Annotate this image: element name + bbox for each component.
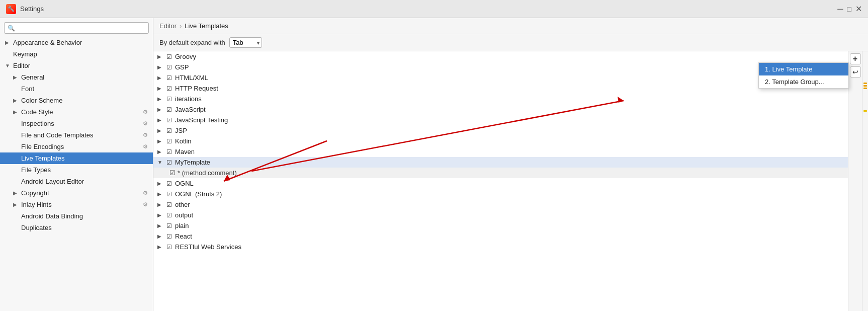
sidebar-item-label: Copyright [21, 189, 140, 197]
template-item-react[interactable]: ▶ ☑ React [153, 231, 848, 242]
sidebar-item-label: File Encodings [21, 143, 140, 150]
template-item-kotlin[interactable]: ▶ ☑ Kotlin [153, 136, 848, 146]
undo-button[interactable]: ↩ [850, 66, 861, 77]
template-item-html-xml[interactable]: ▶ ☑ HTML/XML [153, 72, 848, 83]
expand-arrow-icon: ▶ [157, 223, 164, 228]
indicator-yellow-2 [863, 85, 867, 87]
sidebar-item-inlay-hints[interactable]: ▶ Inlay Hints ⚙ [0, 199, 153, 210]
template-item-output[interactable]: ▶ ☑ output [153, 210, 848, 220]
sidebar-item-file-types[interactable]: File Types [0, 164, 153, 176]
item-label: Groovy [175, 53, 196, 60]
template-item-javascript-testing[interactable]: ▶ ☑ JavaScript Testing [153, 115, 848, 125]
sidebar-item-live-templates[interactable]: Live Templates [0, 152, 153, 164]
sidebar-item-font[interactable]: Font [0, 83, 153, 95]
expand-arrow-icon: ▶ [13, 190, 19, 196]
checkbox-icon: ☑ [166, 74, 172, 82]
sidebar-item-general[interactable]: ▶ General [0, 71, 153, 83]
template-item-http-request[interactable]: ▶ ☑ HTTP Request [153, 83, 848, 94]
settings-badge-icon: ⚙ [142, 190, 149, 197]
template-group-option[interactable]: 2. Template Group... [759, 75, 848, 88]
sidebar-item-label: Android Layout Editor [21, 178, 149, 185]
item-label: RESTful Web Services [175, 243, 241, 251]
item-label: HTTP Request [175, 85, 218, 92]
sidebar-item-file-encodings[interactable]: File Encodings ⚙ [0, 141, 153, 152]
item-label: JavaScript [175, 106, 206, 113]
expand-arrow-icon: ▶ [157, 234, 164, 239]
indicator-yellow-4 [863, 110, 867, 112]
sidebar-item-label: General [21, 73, 149, 81]
template-item-gsp[interactable]: ▶ ☑ GSP [153, 62, 848, 72]
item-label: OGNL (Struts 2) [175, 190, 222, 198]
sidebar-item-label: File Types [21, 166, 149, 174]
maximize-button[interactable]: □ [847, 5, 851, 13]
live-template-option[interactable]: 1. Live Template [759, 63, 848, 75]
checkbox-icon: ☑ [166, 222, 172, 229]
item-label: GSP [175, 63, 189, 71]
template-item-plain[interactable]: ▶ ☑ plain [153, 220, 848, 231]
checkbox-icon: ☑ [166, 212, 172, 219]
item-label: output [175, 211, 193, 219]
checkbox-icon: ☑ [166, 127, 172, 134]
expand-arrow-icon: ▶ [13, 202, 19, 207]
settings-badge-icon: ⚙ [142, 132, 149, 139]
right-indicators [862, 51, 868, 311]
side-action-bar: + 1. Live Template 2. Template Group... … [848, 51, 862, 311]
template-item-other[interactable]: ▶ ☑ other [153, 199, 848, 210]
template-item-jsp[interactable]: ▶ ☑ JSP [153, 125, 848, 136]
settings-badge-icon: ⚙ [142, 109, 149, 116]
add-dropdown-popup: 1. Live Template 2. Template Group... [758, 62, 849, 89]
checkbox-icon: ☑ [166, 138, 172, 145]
sidebar-item-color-scheme[interactable]: ▶ Color Scheme [0, 95, 153, 106]
expand-arrow-icon: ▶ [13, 74, 19, 80]
sidebar-item-keymap[interactable]: Keymap [0, 48, 153, 60]
template-item-iterations[interactable]: ▶ ☑ iterations [153, 94, 848, 104]
sidebar-item-label: Inlay Hints [21, 201, 140, 208]
sidebar-item-file-code-templates[interactable]: File and Code Templates ⚙ [0, 129, 153, 141]
expand-select[interactable]: Tab Enter Space [229, 37, 262, 48]
checkbox-icon: ☑ [166, 85, 172, 92]
checkbox-icon: ☑ [166, 233, 172, 240]
sidebar-item-copyright[interactable]: ▶ Copyright ⚙ [0, 187, 153, 199]
checkbox-icon: ☑ [166, 96, 172, 103]
checkbox-icon: ☑ [169, 169, 176, 177]
item-label: React [175, 232, 192, 240]
expand-arrow-icon: ▶ [5, 40, 11, 45]
template-item-mytemplate[interactable]: ▼ ☑ MyTemplate [153, 157, 848, 168]
sidebar-item-editor[interactable]: ▼ Editor [0, 60, 153, 71]
sidebar-item-label: Editor [13, 62, 149, 69]
template-subitem-method-comment[interactable]: ☑ * (method comment) [153, 168, 848, 178]
template-item-groovy[interactable]: ▶ ☑ Groovy [153, 51, 848, 62]
close-button[interactable]: ✕ [855, 4, 862, 14]
add-button[interactable]: + [850, 53, 861, 64]
item-label: JavaScript Testing [175, 116, 228, 124]
sidebar-item-code-style[interactable]: ▶ Code Style ⚙ [0, 106, 153, 118]
template-item-ognl-struts2[interactable]: ▶ ☑ OGNL (Struts 2) [153, 189, 848, 199]
indicator-yellow-1 [863, 83, 867, 84]
item-label: HTML/XML [175, 74, 208, 82]
search-input[interactable] [17, 24, 145, 32]
item-label: iterations [175, 95, 202, 103]
minimize-button[interactable]: ─ [837, 5, 843, 14]
settings-badge-icon: ⚙ [142, 143, 149, 150]
expand-arrow-icon: ▶ [157, 244, 164, 250]
expand-arrow-icon: ▶ [157, 75, 164, 81]
expand-arrow-icon: ▶ [157, 64, 164, 70]
template-item-javascript[interactable]: ▶ ☑ JavaScript [153, 104, 848, 115]
expand-select-wrapper[interactable]: Tab Enter Space [229, 37, 262, 48]
sidebar-item-duplicates[interactable]: Duplicates [0, 222, 153, 234]
window-title: Settings [20, 5, 44, 13]
sidebar-item-appearance[interactable]: ▶ Appearance & Behavior [0, 37, 153, 48]
toolbar-bar: By default expand with Tab Enter Space [153, 34, 868, 51]
search-box[interactable]: 🔍 [4, 22, 149, 34]
expand-arrow-icon: ▶ [13, 98, 19, 103]
sidebar-item-android-layout-editor[interactable]: Android Layout Editor [0, 176, 153, 187]
template-item-restful[interactable]: ▶ ☑ RESTful Web Services [153, 242, 848, 252]
template-item-ognl[interactable]: ▶ ☑ OGNL [153, 178, 848, 189]
checkbox-icon: ☑ [166, 64, 172, 71]
sidebar-item-inspections[interactable]: Inspections ⚙ [0, 118, 153, 129]
template-item-maven[interactable]: ▶ ☑ Maven [153, 146, 848, 157]
expand-arrow-icon: ▼ [157, 160, 164, 165]
breadcrumb-editor: Editor [159, 22, 177, 30]
sidebar-item-label: Keymap [13, 50, 149, 58]
sidebar-item-android-data-binding[interactable]: Android Data Binding [0, 210, 153, 222]
